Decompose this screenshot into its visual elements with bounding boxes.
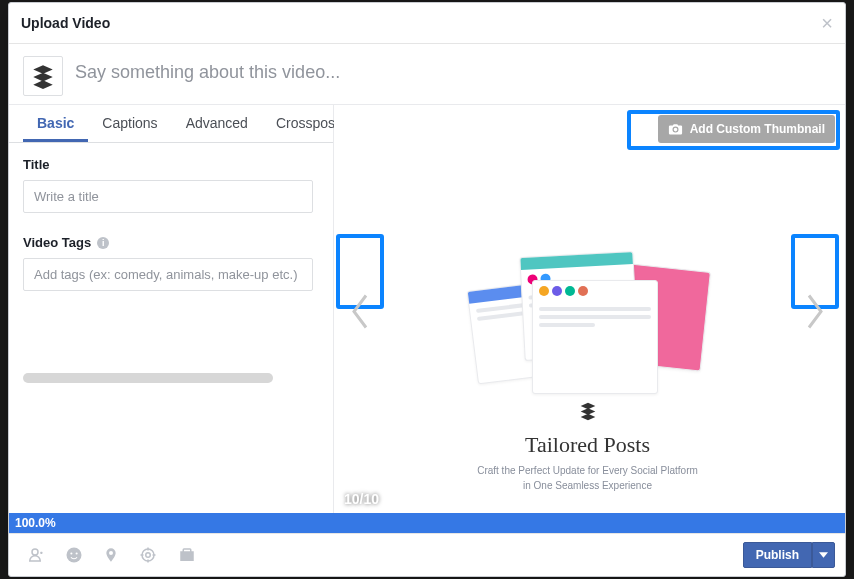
preview-card: Tailored Posts Craft the Perfect Update … <box>334 109 841 513</box>
composer-row <box>9 44 845 104</box>
publish-button-group: Publish <box>743 542 835 568</box>
tag-people-icon[interactable] <box>25 546 45 564</box>
title-input[interactable] <box>23 180 313 213</box>
progress-percent: 100.0% <box>15 516 56 530</box>
page-avatar <box>23 56 63 96</box>
settings-pane: Basic Captions Advanced Crossposting Tit… <box>9 105 334 513</box>
branded-content-icon[interactable] <box>177 546 197 564</box>
publish-button[interactable]: Publish <box>743 542 812 568</box>
buffer-logo-icon <box>30 63 56 89</box>
preview-inner: Tailored Posts Craft the Perfect Update … <box>334 109 841 513</box>
modal-footer: Publish <box>9 533 845 576</box>
preview-title: Tailored Posts <box>525 432 650 458</box>
svg-point-4 <box>146 553 151 558</box>
tags-label: Video Tags i <box>23 235 319 250</box>
svg-point-0 <box>67 548 82 563</box>
prev-thumbnail-button[interactable] <box>343 284 377 339</box>
targeting-icon[interactable] <box>139 546 157 564</box>
tab-captions[interactable]: Captions <box>88 105 171 142</box>
thumbnail-counter: 10/10 <box>344 491 379 507</box>
tags-input[interactable] <box>23 258 313 291</box>
add-custom-thumbnail-button[interactable]: Add Custom Thumbnail <box>658 115 835 143</box>
content-row: Basic Captions Advanced Crossposting Tit… <box>9 104 845 513</box>
buffer-mark-icon <box>577 400 599 422</box>
video-description-input[interactable] <box>75 56 831 83</box>
chevron-left-icon <box>349 291 371 331</box>
svg-point-3 <box>142 549 154 561</box>
close-icon[interactable]: × <box>821 13 833 33</box>
title-label: Title <box>23 157 319 172</box>
feeling-icon[interactable] <box>65 546 83 564</box>
horizontal-scrollbar[interactable] <box>23 373 273 383</box>
caret-down-icon <box>819 552 828 558</box>
preview-subtitle: Craft the Perfect Update for Every Socia… <box>477 463 698 493</box>
modal-title: Upload Video <box>21 15 110 31</box>
form-area: Title Video Tags i <box>9 143 333 513</box>
chevron-right-icon <box>804 291 826 331</box>
camera-icon <box>668 123 683 135</box>
info-icon[interactable]: i <box>97 237 109 249</box>
next-thumbnail-button[interactable] <box>798 284 832 339</box>
publish-dropdown-button[interactable] <box>812 542 835 568</box>
tabs: Basic Captions Advanced Crossposting <box>9 105 333 143</box>
svg-point-2 <box>76 552 78 554</box>
thumbnail-preview-pane: Tailored Posts Craft the Perfect Update … <box>334 109 841 513</box>
tab-basic[interactable]: Basic <box>23 105 88 142</box>
svg-point-1 <box>70 552 72 554</box>
tab-advanced[interactable]: Advanced <box>172 105 262 142</box>
cards-illustration <box>478 244 698 394</box>
modal-header: Upload Video × <box>9 3 845 44</box>
footer-icons <box>19 545 197 565</box>
upload-video-modal: Upload Video × Basic Captions Advanced C… <box>8 2 846 577</box>
location-icon[interactable] <box>103 545 119 565</box>
upload-progress-bar: 100.0% <box>9 513 845 533</box>
